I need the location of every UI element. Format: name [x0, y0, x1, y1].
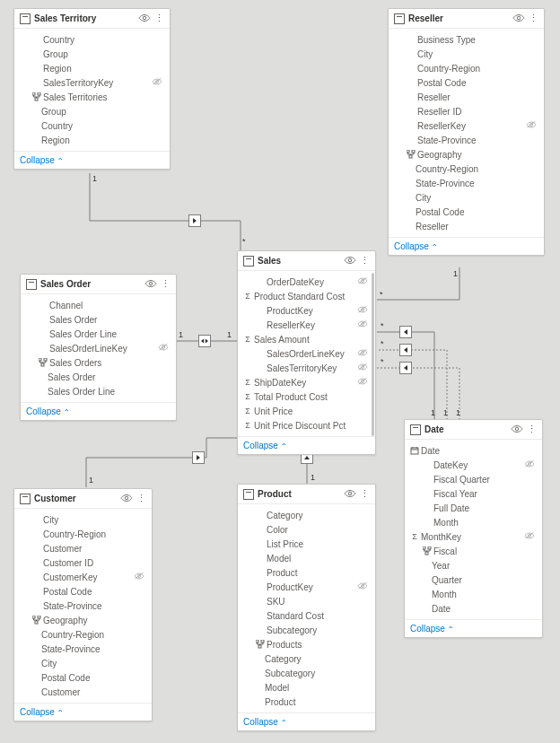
field-row[interactable]: SKU [238, 594, 375, 608]
filter-direction-icon[interactable] [192, 451, 205, 464]
table-date[interactable]: Date ⋮ DateDateKeyFiscal QuarterFiscal Y… [404, 419, 543, 638]
visibility-icon[interactable] [138, 13, 151, 24]
table-sales-order[interactable]: Sales Order ⋮ ChannelSales OrderSales Or… [20, 274, 177, 421]
field-row[interactable]: Category [238, 651, 375, 666]
field-row[interactable]: Group [14, 104, 170, 118]
field-row[interactable]: Country [14, 32, 170, 47]
field-row[interactable]: ResellerKey [238, 318, 375, 332]
collapse-button[interactable]: Collapse⌄ [21, 402, 176, 420]
visibility-icon[interactable] [344, 256, 356, 267]
field-row[interactable]: ResellerKey [389, 118, 544, 133]
field-row[interactable]: Products [238, 637, 375, 651]
filter-direction-icon[interactable] [188, 214, 201, 227]
field-row[interactable]: Reseller [389, 90, 544, 104]
field-row[interactable]: DateKey [405, 458, 542, 472]
field-row[interactable]: Sales Amount [238, 332, 375, 346]
field-row[interactable]: Sales Order [21, 312, 176, 327]
field-row[interactable]: Country-Region [14, 627, 152, 642]
field-row[interactable]: Group [14, 47, 170, 61]
field-row[interactable]: Product Standard Cost [238, 289, 375, 303]
table-customer[interactable]: Customer ⋮ CityCountry-RegionCustomerCus… [13, 488, 153, 721]
field-row[interactable]: Month [405, 515, 542, 529]
table-reseller[interactable]: Reseller ⋮ Business TypeCityCountry-Regi… [388, 8, 545, 256]
filter-direction-icon[interactable] [399, 326, 412, 338]
more-icon[interactable]: ⋮ [529, 13, 538, 24]
more-icon[interactable]: ⋮ [161, 278, 171, 290]
field-row[interactable]: SalesOrderLineKey [21, 341, 176, 355]
collapse-button[interactable]: Collapse⌄ [389, 237, 544, 255]
field-row[interactable]: City [14, 512, 152, 527]
field-row[interactable]: Product [238, 695, 375, 709]
field-row[interactable]: MonthKey [405, 529, 542, 544]
field-row[interactable]: State-Province [389, 176, 544, 190]
field-row[interactable]: ShipDateKey [238, 375, 375, 389]
more-icon[interactable]: ⋮ [136, 493, 146, 504]
field-row[interactable]: SalesTerritoryKey [238, 361, 375, 375]
field-row[interactable]: Country-Region [14, 527, 152, 541]
table-product[interactable]: Product ⋮ CategoryColorList PriceModelPr… [237, 484, 376, 731]
field-row[interactable]: Color [238, 522, 375, 537]
collapse-button[interactable]: Collapse⌄ [238, 712, 375, 730]
field-row[interactable]: Postal Code [389, 205, 544, 219]
field-row[interactable]: SalesTerritoryKey [14, 75, 170, 90]
more-icon[interactable]: ⋮ [360, 255, 370, 267]
field-row[interactable]: Sales Order Line [21, 384, 176, 398]
visibility-icon[interactable] [511, 424, 523, 435]
field-row[interactable]: State-Province [14, 599, 152, 613]
filter-direction-icon[interactable] [198, 335, 211, 347]
field-row[interactable]: Business Type [389, 32, 544, 47]
field-row[interactable]: SalesOrderLineKey [238, 346, 375, 361]
field-row[interactable]: Standard Cost [238, 608, 375, 623]
field-row[interactable]: Model [238, 680, 375, 695]
field-row[interactable]: Total Product Cost [238, 389, 375, 404]
field-row[interactable]: Reseller [389, 219, 544, 233]
field-row[interactable]: Reseller ID [389, 104, 544, 118]
field-row[interactable]: State-Province [14, 642, 152, 656]
field-row[interactable]: Region [14, 133, 170, 147]
field-row[interactable]: OrderDateKey [238, 275, 375, 289]
field-row[interactable]: Fiscal Quarter [405, 472, 542, 486]
field-row[interactable]: ProductKey [238, 580, 375, 594]
filter-direction-icon[interactable] [399, 344, 412, 356]
visibility-icon[interactable] [512, 13, 525, 24]
field-row[interactable]: Sales Order [21, 370, 176, 384]
field-row[interactable]: Fiscal [405, 544, 542, 558]
field-row[interactable]: Postal Code [14, 584, 152, 599]
field-row[interactable]: Country [14, 118, 170, 133]
more-icon[interactable]: ⋮ [360, 488, 370, 500]
collapse-button[interactable]: Collapse⌄ [14, 703, 152, 721]
visibility-icon[interactable] [144, 279, 157, 290]
table-sales-territory[interactable]: Sales Territory ⋮ CountryGroupRegionSale… [13, 8, 171, 170]
field-row[interactable]: Date [405, 601, 542, 616]
field-row[interactable]: Subcategory [238, 666, 375, 680]
scrollbar[interactable] [372, 273, 374, 436]
field-row[interactable]: Customer [14, 541, 152, 555]
field-row[interactable]: Customer ID [14, 555, 152, 570]
collapse-button[interactable]: Collapse⌄ [405, 619, 542, 637]
field-row[interactable]: City [389, 190, 544, 205]
collapse-button[interactable]: Collapse⌄ [14, 151, 170, 169]
field-row[interactable]: CustomerKey [14, 570, 152, 584]
visibility-icon[interactable] [120, 494, 133, 504]
visibility-icon[interactable] [344, 489, 356, 500]
collapse-button[interactable]: Collapse⌄ [238, 436, 375, 454]
filter-direction-icon[interactable] [399, 362, 412, 374]
field-row[interactable]: Region [14, 61, 170, 75]
field-row[interactable]: State-Province [389, 133, 544, 147]
field-row[interactable]: City [389, 47, 544, 61]
field-row[interactable]: Model [238, 551, 375, 565]
field-row[interactable]: Product [238, 565, 375, 580]
more-icon[interactable]: ⋮ [527, 424, 537, 435]
table-sales[interactable]: Sales ⋮ OrderDateKeyProduct Standard Cos… [237, 250, 376, 455]
field-row[interactable]: List Price [238, 537, 375, 551]
more-icon[interactable]: ⋮ [154, 13, 164, 24]
field-row[interactable]: Unit Price [238, 404, 375, 418]
field-row[interactable]: Year [405, 558, 542, 573]
field-row[interactable]: ProductKey [238, 303, 375, 318]
field-row[interactable]: Sales Order Line [21, 327, 176, 341]
field-row[interactable]: City [14, 656, 152, 670]
field-row[interactable]: Country-Region [389, 162, 544, 176]
field-row[interactable]: Postal Code [14, 670, 152, 685]
field-row[interactable]: Sales Territories [14, 90, 170, 104]
field-row[interactable]: Channel [21, 298, 176, 312]
